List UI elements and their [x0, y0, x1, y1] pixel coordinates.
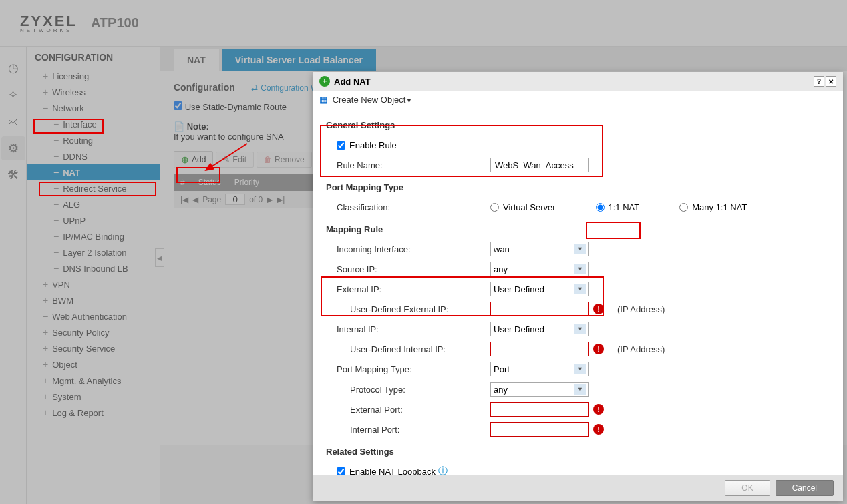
external-port-input[interactable] [490, 402, 589, 417]
classification-radios: Virtual Server 1:1 NAT Many 1:1 NAT [490, 202, 747, 212]
proto-label: Protocol Type: [337, 385, 490, 395]
chevron-down-icon: ▼ [574, 384, 586, 395]
pmt-select[interactable]: Port▼ [490, 362, 589, 376]
ok-button[interactable]: OK [725, 480, 770, 496]
enable-rule-label: Enable Rule [349, 140, 397, 150]
modal-title: Add NAT [334, 77, 371, 87]
modal-plus-icon: + [319, 76, 330, 87]
classification-row: Classification: Virtual Server 1:1 NAT M… [337, 199, 830, 215]
source-ip-row: Source IP: any▼ [337, 261, 830, 277]
error-icon: ! [593, 424, 604, 435]
source-ip-label: Source IP: [337, 264, 490, 274]
modal-header: + Add NAT ? ✕ [313, 72, 843, 91]
ip-hint2: (IP Address) [617, 344, 665, 354]
internal-port-row: Internal Port: ! [337, 421, 830, 437]
internal-port-label: Internal Port: [337, 425, 490, 435]
section-related: Related Settings [326, 447, 830, 457]
external-port-label: External Port: [337, 405, 490, 415]
chevron-down-icon: ▼ [574, 284, 586, 294]
internal-ip-label: Internal IP: [337, 324, 490, 334]
create-object-icon: ▦ [319, 95, 327, 105]
protocol-type-row: Protocol Type: any▼ [337, 381, 830, 397]
proto-select[interactable]: any▼ [490, 382, 589, 397]
ud-external-ip-label: User-Defined External IP: [337, 304, 490, 314]
error-icon: ! [593, 344, 604, 354]
incoming-interface-select[interactable]: wan▼ [490, 242, 589, 256]
ud-external-ip-input[interactable] [490, 302, 589, 316]
error-icon: ! [593, 304, 604, 314]
modal-body: General Settings Enable Rule Rule Name: … [313, 109, 843, 475]
incoming-value: wan [494, 244, 510, 254]
cancel-button[interactable]: Cancel [776, 480, 834, 496]
rule-name-label: Rule Name: [337, 160, 490, 170]
chevron-down-icon: ▼ [574, 264, 586, 274]
create-object-link[interactable]: ▦ Create New Object▼ [313, 91, 843, 109]
external-port-row: External Port: ! [337, 401, 830, 417]
radio-many-input[interactable] [679, 203, 688, 212]
modal-footer: OK Cancel [313, 475, 843, 501]
enable-rule-row: Enable Rule [337, 137, 830, 153]
help-button[interactable]: ? [814, 76, 824, 87]
radio-vs-label: Virtual Server [503, 202, 556, 212]
rule-name-row: Rule Name: [337, 157, 830, 173]
external-ip-row: External IP: User Defined▼ [337, 281, 830, 297]
add-nat-modal: + Add NAT ? ✕ ▦ Create New Object▼ Gener… [313, 72, 843, 501]
internal-port-input[interactable] [490, 422, 589, 437]
proto-value: any [494, 385, 508, 395]
rule-name-input[interactable] [490, 158, 589, 172]
port-mapping-type-row: Port Mapping Type: Port▼ [337, 361, 830, 377]
radio-vs-input[interactable] [490, 203, 499, 212]
pmt-value: Port [494, 364, 510, 374]
error-icon: ! [593, 404, 604, 415]
internal-ip-select[interactable]: User Defined▼ [490, 322, 589, 336]
info-icon[interactable]: ⓘ [438, 465, 448, 475]
ud-external-ip-row: User-Defined External IP: ! (IP Address) [337, 301, 830, 317]
incoming-interface-row: Incoming Interface: wan▼ [337, 241, 830, 257]
ud-internal-ip-row: User-Defined Internal IP: ! (IP Address) [337, 341, 830, 357]
nat-loopback-row: Enable NAT Loopback ⓘ [337, 463, 830, 475]
chevron-down-icon: ▼ [574, 244, 586, 254]
section-mapping: Mapping Rule [326, 224, 830, 234]
incoming-interface-label: Incoming Interface: [337, 244, 490, 254]
external-ip-label: External IP: [337, 284, 490, 294]
radio-virtual-server[interactable]: Virtual Server [490, 202, 556, 212]
chevron-down-icon: ▼ [574, 324, 586, 334]
nat-loopback-checkbox[interactable] [337, 467, 345, 475]
radio-11-input[interactable] [596, 203, 605, 212]
internal-ip-value: User Defined [494, 324, 544, 334]
radio-many-label: Many 1:1 NAT [692, 202, 747, 212]
close-button[interactable]: ✕ [826, 76, 836, 87]
chevron-down-icon: ▼ [405, 97, 412, 104]
source-value: any [494, 264, 508, 274]
radio-11-label: 1:1 NAT [609, 202, 640, 212]
radio-1-1-nat[interactable]: 1:1 NAT [596, 202, 640, 212]
external-ip-select[interactable]: User Defined▼ [490, 282, 589, 296]
section-port-type: Port Mapping Type [326, 182, 830, 192]
internal-ip-row: Internal IP: User Defined▼ [337, 321, 830, 337]
create-object-label: Create New Object [333, 95, 406, 105]
source-ip-select[interactable]: any▼ [490, 262, 589, 276]
radio-many-1-1-nat[interactable]: Many 1:1 NAT [679, 202, 747, 212]
pmt-label: Port Mapping Type: [337, 364, 490, 374]
external-ip-value: User Defined [494, 284, 544, 294]
ip-hint: (IP Address) [617, 304, 665, 314]
classification-label: Classification: [337, 202, 490, 212]
chevron-down-icon: ▼ [574, 364, 586, 374]
ud-internal-ip-label: User-Defined Internal IP: [337, 344, 490, 354]
enable-rule-checkbox[interactable] [337, 141, 345, 150]
ud-internal-ip-input[interactable] [490, 342, 589, 356]
nat-loopback-label: Enable NAT Loopback [349, 467, 436, 475]
section-general: General Settings [326, 120, 830, 130]
